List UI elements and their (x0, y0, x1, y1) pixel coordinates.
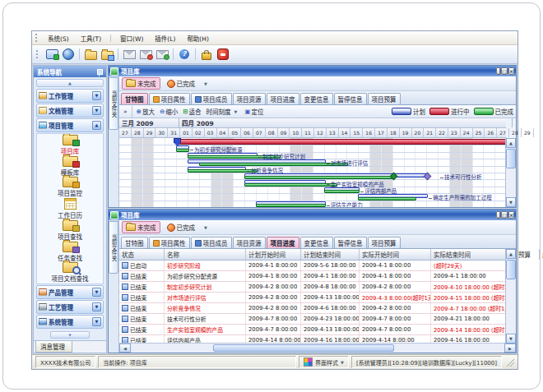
minimize-button[interactable]: _ (496, 67, 500, 75)
scroll-down-icon[interactable]: ▼ (506, 197, 516, 207)
folder-icon[interactable] (84, 48, 97, 61)
maximize-button[interactable]: □ (501, 67, 508, 75)
tab-甘特图[interactable]: 甘特图 (121, 93, 148, 104)
tab-项目属性[interactable]: 项目属性 (149, 93, 190, 104)
lock-icon[interactable] (200, 48, 213, 61)
tab-项目资源[interactable]: 项目资源 (233, 237, 266, 248)
menu-window[interactable]: 窗口(W) (115, 33, 148, 44)
tab-暂停信息[interactable]: 暂停信息 (334, 93, 367, 104)
tab-变更信息[interactable]: 变更信息 (300, 237, 333, 248)
scroll-track[interactable] (506, 259, 516, 334)
filter-finished[interactable]: 已完成 (163, 221, 200, 233)
table-row[interactable]: 已启动初步研究阶段2009-4-1 8:00:002009-5-6 18:00:… (119, 261, 506, 271)
scroll-up-icon[interactable]: ▲ (506, 138, 516, 148)
tab-项目预算[interactable]: 项目预算 (368, 237, 401, 248)
timescale-button[interactable]: 时间刻度▼ (204, 107, 241, 116)
scroll-track[interactable] (506, 148, 516, 197)
zoom-in-button[interactable]: ⊕放大 (135, 107, 156, 116)
tab-暂停信息[interactable]: 暂停信息 (334, 237, 367, 248)
expand-icon[interactable]: ▼ (92, 317, 101, 326)
tab-项目进度[interactable]: 项目进度 (267, 93, 299, 104)
scroll-up-icon[interactable]: ▲ (506, 249, 516, 259)
table-row[interactable]: 已结束评估内部产品2009-4-14 8:00:002009-4-16 18:0… (119, 335, 506, 343)
actual-bar-生产实验室规模的产品[interactable] (244, 183, 337, 187)
zoom-out-button[interactable]: ⊖缩小 (158, 107, 179, 116)
toolbar-overflow-button[interactable]: » (122, 108, 129, 115)
expand-icon[interactable]: ▼ (92, 302, 101, 311)
column-header-状态[interactable]: 状态 (119, 249, 165, 260)
folder-window-icon[interactable] (100, 48, 114, 61)
scroll-track[interactable] (131, 344, 504, 353)
item-project-doc-search[interactable]: 项目文档查找 (52, 262, 89, 283)
actual-bar-为初步研究分配资源[interactable] (176, 149, 189, 152)
mail-send-icon[interactable] (155, 48, 169, 61)
column-header-名称[interactable]: 名称 (165, 249, 246, 260)
menubar-grip[interactable] (35, 34, 39, 42)
column-header-计划结束时间[interactable]: 计划结束时间 (301, 249, 360, 260)
expand-icon[interactable]: ▼ (92, 91, 101, 100)
item-project-library[interactable]: 项目库 (61, 135, 80, 155)
item-task-search[interactable]: 任务查找 (58, 242, 82, 262)
column-header-计划开始时间[interactable]: 计划开始时间 (246, 249, 301, 260)
filter-dropdown-icon[interactable]: ▼ (202, 225, 210, 230)
resize-grip[interactable] (506, 358, 514, 367)
mail-receive-icon[interactable] (139, 48, 152, 61)
filter-unfinished[interactable]: 未完成 (122, 221, 160, 233)
table-row[interactable]: 已结束对市场进行评估2009-4-2 8:00:002009-4-13 18:0… (119, 293, 506, 303)
table-horizontal-scrollbar[interactable]: ◀ ▶ (119, 343, 516, 353)
tab-变更信息[interactable]: 变更信息 (300, 93, 333, 104)
group-process[interactable]: 工艺管理▼ (36, 300, 104, 314)
tab-项目进度[interactable]: 项目进度 (267, 237, 299, 248)
filter-unfinished[interactable]: 未完成 (122, 77, 160, 90)
maximize-button[interactable]: □ (501, 211, 508, 219)
table-row[interactable]: 已结束技术可行性分析2009-4-7 8:00:002009-4-23 18:0… (119, 314, 506, 325)
group-work[interactable]: 工作管理▼ (36, 89, 104, 103)
column-header-成[interactable]: 成 (540, 249, 543, 260)
tab-current-folder[interactable]: 当前文件夹 (109, 221, 118, 274)
menu-tools[interactable]: 工具(T) (76, 33, 106, 44)
help-icon[interactable]: ? (178, 48, 191, 61)
column-header-实际结束时间[interactable]: 实际结束时间 (431, 249, 516, 260)
scroll-left-icon[interactable]: ◀ (119, 344, 131, 353)
summary-bar-初步研究阶段[interactable] (176, 139, 508, 145)
column-header-实际开始时间[interactable]: 实际开始时间 (360, 249, 431, 260)
client-monitor-icon[interactable] (45, 48, 58, 61)
expand-icon[interactable]: ▼ (92, 106, 101, 115)
tab-项目属性[interactable]: 项目属性 (149, 237, 190, 248)
expand-icon[interactable]: ▼ (92, 288, 101, 297)
table-vertical-scrollbar[interactable]: ▲ ▼ (505, 249, 516, 344)
tab-项目成员[interactable]: 项目成员 (191, 93, 232, 104)
table-row[interactable]: 已结束为初步研究分配资源2009-4-1 8:00:002009-4-1 18:… (119, 271, 506, 282)
toolbar-grip[interactable] (36, 50, 39, 58)
close-button[interactable]: × (508, 211, 514, 219)
group-product[interactable]: 产品管理▼ (36, 285, 104, 299)
pin-icon[interactable] (97, 69, 103, 75)
item-work-calendar[interactable]: 工作日历 (58, 198, 82, 219)
actual-bar-评估生产能力[interactable] (256, 204, 326, 207)
table-row[interactable]: 已结束生产实验室规模的产品2009-4-7 8:00:002009-4-13 1… (119, 325, 506, 335)
group-system[interactable]: 系统管理▼ (36, 315, 104, 329)
menu-plugin[interactable]: 插件(L) (150, 33, 180, 44)
filter-finished[interactable]: 已完成 (163, 77, 200, 90)
tab-message-management[interactable]: 消息管理 (35, 341, 72, 353)
filter-dropdown-icon[interactable]: ▼ (202, 81, 210, 86)
tab-项目资源[interactable]: 项目资源 (233, 93, 266, 104)
menu-system[interactable]: 系统(S) (43, 33, 74, 44)
minimize-button[interactable]: _ (496, 211, 500, 219)
group-document[interactable]: 文档管理▼ (36, 104, 104, 118)
column-header-预算[interactable]: 预算 (516, 249, 540, 260)
item-project-search[interactable]: 项目查找 (58, 220, 82, 241)
exit-icon[interactable] (216, 48, 230, 61)
actual-bar-确定生产所需的加工过程[interactable] (358, 197, 416, 201)
fit-button[interactable]: ⊞适合 (181, 107, 202, 116)
item-project-monitor[interactable]: 项目监控 (58, 177, 82, 197)
scroll-thumb[interactable] (506, 149, 516, 168)
gantt-vertical-scrollbar[interactable]: ▲ ▼ (505, 138, 516, 207)
scroll-down-icon[interactable]: ▼ (506, 334, 516, 344)
locate-button[interactable]: ▣定位 (243, 107, 265, 116)
sidebar-more-button[interactable]: ▼ (50, 331, 90, 339)
tab-甘特图[interactable]: 甘特图 (121, 237, 148, 248)
table-row[interactable]: 已结束分析竞争情况2009-4-2 8:00:002009-4-6 18:00:… (119, 303, 506, 314)
table-row[interactable]: 已结束制定初步研究计划2009-4-2 8:00:002009-4-8 18:0… (119, 282, 506, 293)
scroll-thumb[interactable] (213, 344, 394, 352)
